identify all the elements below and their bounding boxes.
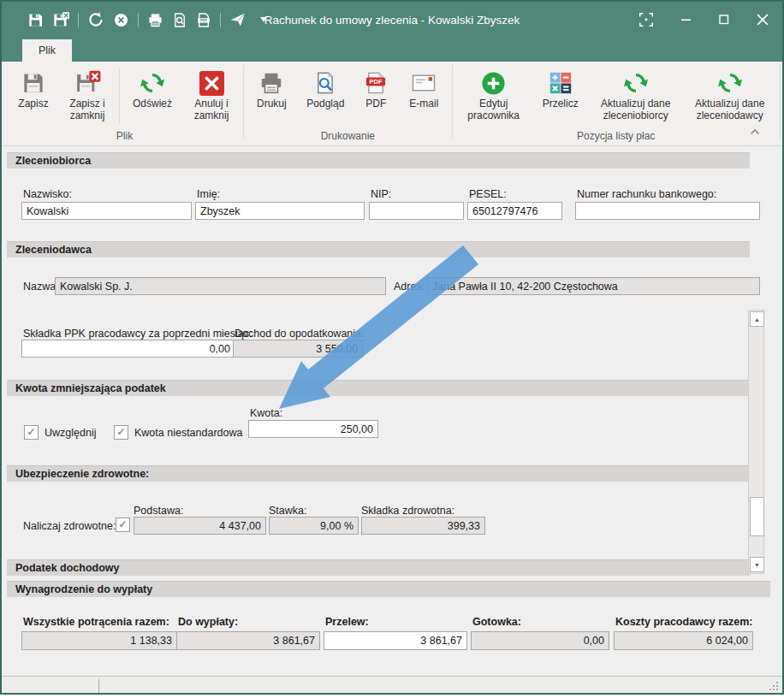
minimize-icon[interactable] xyxy=(681,15,692,25)
nip-field[interactable] xyxy=(369,202,464,220)
drukuj-label: Drukuj xyxy=(257,98,287,110)
ribbon-group-pozycja: Edytuj pracownika Przelicz Aktualizuj da… xyxy=(455,62,777,145)
edytuj-pracownika-label: Edytuj pracownika xyxy=(460,98,528,121)
potracenia-label: Wszystkie potrącenia razem: xyxy=(23,616,169,628)
koszty-label: Koszty pracodawcy razem: xyxy=(615,616,752,628)
cancel-icon[interactable] xyxy=(113,12,129,28)
dochod-label: Dochod do opodatkowania: xyxy=(235,328,365,340)
pesel-label: PESEL: xyxy=(469,188,507,200)
toolbar-separator xyxy=(220,13,221,27)
do-wyplaty-field xyxy=(176,631,320,650)
tab-plik[interactable]: Plik xyxy=(22,39,72,62)
ribbon-group-label-pozycja: Pozycja listy płac xyxy=(455,130,777,145)
preview-icon[interactable] xyxy=(172,12,187,28)
ribbon: Zapisz Zapisz i zamknij Odśwież Anuluj i… xyxy=(2,62,782,146)
gotowka-label: Gotowka: xyxy=(472,616,521,628)
save-close-icon xyxy=(74,68,101,98)
podstawa-label: Podstawa: xyxy=(134,505,183,517)
przelew-field[interactable] xyxy=(324,631,467,650)
section-header-podatek-dochodowy[interactable]: Podatek dochodowy xyxy=(7,559,750,576)
focus-icon[interactable] xyxy=(638,12,654,27)
print-icon[interactable] xyxy=(147,12,163,28)
aktualizuj-zleceniodawcy-button[interactable]: Aktualizuj dane zleceniodawcy xyxy=(683,66,777,123)
nazwa-field xyxy=(55,277,386,295)
svg-text:PDF: PDF xyxy=(370,78,383,86)
imie-field[interactable] xyxy=(195,202,365,220)
ribbon-group-label-drukowanie: Drukowanie xyxy=(246,130,449,145)
section-header-kwota-zmniejszajaca: Kwota zmniejszająca podatek xyxy=(7,380,750,396)
scroll-up-button[interactable]: ▲ xyxy=(750,311,764,327)
maximize-icon[interactable] xyxy=(719,15,729,25)
adres-label: Adres: xyxy=(394,281,425,293)
aktualizuj-zleceniobiorcy-label: Aktualizuj dane zleceniobiorcy xyxy=(593,98,679,121)
anuluj-i-zamknij-button[interactable]: Anuluj i zamknij xyxy=(182,66,241,123)
skladka-zdrowotna-label: Składka zdrowotna: xyxy=(361,505,454,517)
przelew-label: Przelew: xyxy=(325,616,369,628)
ribbon-separator xyxy=(119,68,120,123)
odswiez-label: Odśwież xyxy=(133,98,172,110)
pdf-label: PDF xyxy=(365,98,386,110)
quick-access-toolbar: PDF xyxy=(27,11,267,28)
aktualizuj-zleceniobiorcy-button[interactable]: Aktualizuj dane zleceniobiorcy xyxy=(589,66,683,123)
stawka-field xyxy=(269,517,359,535)
window-controls xyxy=(638,2,769,38)
zapisz-label: Zapisz xyxy=(18,98,48,110)
scroll-down-button[interactable]: ▼ xyxy=(750,557,764,572)
pesel-field[interactable] xyxy=(467,202,562,220)
imie-label: Imię: xyxy=(197,188,220,200)
przelicz-button[interactable]: Przelicz xyxy=(532,66,589,112)
numer-rachunku-field[interactable] xyxy=(575,202,760,220)
refresh-icon xyxy=(622,68,650,98)
przelicz-label: Przelicz xyxy=(543,98,579,110)
nip-label: NIP: xyxy=(371,188,391,200)
title-bar: PDF Rachunek do umowy zlecenia - Kowalsk… xyxy=(2,2,782,38)
zapisz-i-zamknij-label: Zapisz i zamknij xyxy=(62,98,112,121)
skladka-ppk-field[interactable] xyxy=(21,340,235,358)
naliczaj-zdrowotne-checkbox[interactable]: ✓ xyxy=(116,518,130,532)
vertical-scrollbar[interactable]: ▲ ▼ xyxy=(748,310,764,574)
pdf-icon[interactable]: PDF xyxy=(196,12,211,28)
zapisz-button[interactable]: Zapisz xyxy=(9,66,58,112)
kwota-field[interactable] xyxy=(248,420,378,438)
zapisz-i-zamknij-button[interactable]: Zapisz i zamknij xyxy=(58,66,116,123)
tab-strip: Plik xyxy=(2,38,782,62)
odswiez-button[interactable]: Odśwież xyxy=(122,66,182,112)
podstawa-field xyxy=(134,517,266,535)
edytuj-pracownika-button[interactable]: Edytuj pracownika xyxy=(455,66,532,123)
stawka-label: Stawka: xyxy=(269,505,306,517)
pdf-button[interactable]: PDF PDF xyxy=(353,66,398,112)
nazwa-label: Nazwa: xyxy=(23,281,59,293)
podglad-label: Podgląd xyxy=(306,98,344,110)
podglad-button[interactable]: Podgląd xyxy=(297,66,353,112)
kwota-niestandardowa-checkbox[interactable]: ✓ xyxy=(114,425,128,440)
do-wyplaty-label: Do wypłaty: xyxy=(178,616,238,628)
koszty-field xyxy=(614,631,753,650)
svg-text:PDF: PDF xyxy=(200,18,208,22)
refresh-icon[interactable] xyxy=(87,11,104,28)
refresh-icon xyxy=(716,68,744,98)
ribbon-group-label-plik: Plik xyxy=(9,130,241,145)
skladka-ppk-label: Składka PPK pracodawcy za poprzedni mies… xyxy=(23,328,252,340)
resize-grip[interactable] xyxy=(769,679,779,695)
collapse-ribbon-icon[interactable] xyxy=(750,123,760,139)
nazwisko-field[interactable] xyxy=(21,202,192,220)
cancel-icon xyxy=(199,68,224,98)
section-header-zdrowotne: Ubezpieczenie zdrowotne: xyxy=(7,465,750,482)
scrollbar-thumb[interactable] xyxy=(750,497,764,536)
potracenia-field xyxy=(21,631,177,650)
gotowka-field xyxy=(471,631,609,650)
close-icon[interactable] xyxy=(757,14,769,26)
status-bar xyxy=(2,676,782,695)
ribbon-group-plik: Zapisz Zapisz i zamknij Odśwież Anuluj i… xyxy=(9,62,241,145)
nazwisko-label: Nazwisko: xyxy=(23,188,72,200)
save-icon[interactable] xyxy=(27,12,44,28)
email-button[interactable]: E-mail xyxy=(398,66,449,112)
kwota-label: Kwota: xyxy=(250,407,282,419)
calculator-icon xyxy=(548,68,573,98)
send-icon[interactable] xyxy=(229,11,246,28)
window-title: Rachunek do umowy zlecenia - Kowalski Zb… xyxy=(264,14,520,27)
drukuj-button[interactable]: Drukuj xyxy=(246,66,297,112)
uwzglednij-checkbox[interactable]: ✓ xyxy=(24,425,39,440)
save-close-icon[interactable] xyxy=(52,12,69,28)
email-icon xyxy=(411,68,437,98)
